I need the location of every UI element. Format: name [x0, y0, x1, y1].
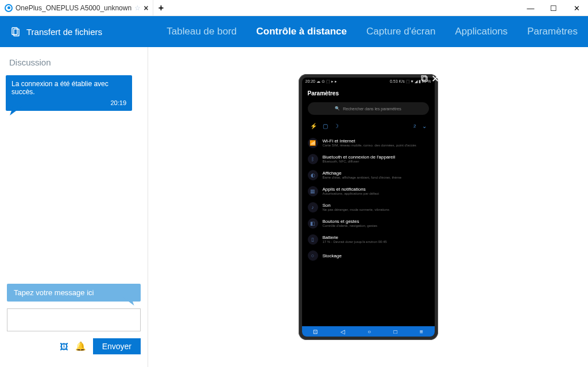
settings-row-text: Boutons et gestesContrôle d'alerte, navi…: [323, 219, 378, 228]
settings-row-title: Bluetooth et connexion de l'appareil: [323, 154, 396, 160]
settings-row-subtitle: Carte SIM, réseau mobile, conso. des don…: [323, 144, 416, 148]
attach-icon[interactable]: 🖼: [60, 342, 68, 351]
file-transfer-button[interactable]: Transfert de fichiers: [10, 26, 102, 37]
app-header: Transfert de fichiers Tableau de bord Co…: [0, 16, 588, 47]
close-button[interactable]: ✕: [565, 0, 588, 16]
nav-menu-icon[interactable]: ≡: [420, 329, 423, 335]
chat-message-time: 20:19: [11, 99, 126, 106]
quick-count: 2: [413, 123, 416, 129]
bell-icon[interactable]: 🔔: [75, 341, 86, 351]
tab-close-icon[interactable]: ×: [144, 3, 148, 13]
settings-row-title: Applis et notifications: [323, 187, 379, 192]
nav-home-icon[interactable]: ○: [368, 329, 371, 335]
settings-row[interactable]: ◐AffichageBarre d'état, affichage ambian…: [308, 167, 429, 183]
settings-row-icon: ▯: [308, 234, 318, 245]
minimize-button[interactable]: —: [519, 0, 542, 16]
file-transfer-label: Transfert de fichiers: [26, 27, 102, 37]
message-input[interactable]: [7, 308, 141, 331]
maximize-button[interactable]: ☐: [542, 0, 565, 16]
title-bar: OnePlus_ONEPLUS A5000_unknown ☆ × + — ☐ …: [0, 0, 588, 16]
tab-screenshot[interactable]: Capture d'écran: [366, 26, 435, 37]
tab-title: OnePlus_ONEPLUS A5000_unknown: [16, 4, 131, 12]
settings-row-text: Batterie17 % - Devrait durer jusqu'à env…: [323, 235, 387, 244]
settings-row-subtitle: Ne pas déranger, mode sonnerie, vibratio…: [323, 208, 389, 212]
tab-group: OnePlus_ONEPLUS A5000_unknown ☆ × +: [0, 0, 168, 16]
remote-screen-panel: ⧉ ✕ 20:20 ☁ ⊙ ⬚ ▸ ▸ 0.53 K/s ⬚ ♥ ◢ ▮ 68 …: [148, 47, 588, 367]
chat-message-text: La connexion a été établie avec succès.: [11, 80, 109, 96]
settings-row-text: SonNe pas déranger, mode sonnerie, vibra…: [323, 203, 389, 212]
settings-row-text: AffichageBarre d'état, affichage ambiant…: [323, 171, 402, 180]
chat-title: Discussion: [0, 53, 148, 72]
settings-row-title: Wi-Fi et Internet: [323, 138, 416, 144]
settings-row[interactable]: ▦Applis et notificationsAutorisations, a…: [308, 183, 429, 199]
chat-messages: La connexion a été établie avec succès. …: [0, 72, 148, 279]
send-button[interactable]: Envoyer: [93, 338, 141, 354]
settings-row-icon: ♪: [308, 202, 318, 213]
search-placeholder: Rechercher dans les paramètres: [343, 107, 401, 111]
settings-row[interactable]: 📶Wi-Fi et InternetCarte SIM, réseau mobi…: [308, 135, 429, 151]
close-remote-icon[interactable]: ✕: [431, 73, 439, 85]
settings-row-subtitle: 17 % - Devrait durer jusqu'à environ 00:…: [323, 240, 387, 244]
settings-row-icon: ᛒ: [308, 154, 318, 164]
compose-actions: 🖼 🔔 Envoyer: [7, 338, 141, 354]
star-icon[interactable]: ☆: [134, 4, 141, 12]
chat-bubble: La connexion a été établie avec succès. …: [6, 75, 132, 111]
device-screen[interactable]: 20:20 ☁ ⊙ ⬚ ▸ ▸ 0.53 K/s ⬚ ♥ ◢ ▮ 68 % Pa…: [302, 78, 435, 337]
device-frame: ⧉ ✕ 20:20 ☁ ⊙ ⬚ ▸ ▸ 0.53 K/s ⬚ ♥ ◢ ▮ 68 …: [299, 74, 438, 340]
settings-list[interactable]: 📶Wi-Fi et InternetCarte SIM, réseau mobi…: [302, 135, 435, 326]
tab-remote-control[interactable]: Contrôle à distance: [256, 26, 347, 37]
chat-sidebar: Discussion La connexion a été établie av…: [0, 47, 148, 367]
quick-settings-row: ⚡ ▢ ☽ 2 ⌄: [302, 121, 435, 135]
settings-row[interactable]: ᛒBluetooth et connexion de l'appareilBlu…: [308, 151, 429, 167]
new-tab-button[interactable]: +: [153, 3, 168, 13]
settings-row-icon: ◐: [308, 170, 318, 180]
android-status-bar: 20:20 ☁ ⊙ ⬚ ▸ ▸ 0.53 K/s ⬚ ♥ ◢ ▮ 68 %: [302, 78, 435, 86]
settings-row-text: Applis et notificationsAutorisations, ap…: [323, 187, 379, 196]
header-nav: Tableau de bord Contrôle à distance Capt…: [167, 26, 578, 37]
settings-row[interactable]: ○Stockage: [308, 248, 429, 264]
settings-row-icon: ○: [308, 250, 318, 261]
popout-icon[interactable]: ⧉: [421, 73, 428, 85]
settings-row-icon: ▦: [308, 186, 318, 196]
main-area: Discussion La connexion a été établie av…: [0, 47, 588, 367]
settings-row-text: Wi-Fi et InternetCarte SIM, réseau mobil…: [323, 138, 416, 148]
nav-back-icon[interactable]: ◁: [341, 329, 345, 335]
tab-device[interactable]: OnePlus_ONEPLUS A5000_unknown ☆ ×: [0, 0, 153, 16]
settings-row-title: Son: [323, 203, 389, 208]
settings-row[interactable]: ♪SonNe pas déranger, mode sonnerie, vibr…: [308, 199, 429, 215]
android-nav-bar: ⊡ ◁ ○ □ ≡: [302, 326, 435, 337]
settings-row-title: Batterie: [323, 235, 387, 240]
quick-icon-2[interactable]: ▢: [323, 123, 328, 129]
tab-settings[interactable]: Paramètres: [527, 26, 578, 37]
chat-compose: Tapez votre message ici 🖼 🔔 Envoyer: [0, 279, 148, 361]
nav-tv-icon[interactable]: ⊡: [313, 329, 318, 335]
quick-icon-1[interactable]: ⚡: [310, 123, 317, 129]
chat-hint: Tapez votre message ici: [7, 284, 141, 302]
settings-row-icon: ◧: [308, 218, 318, 229]
chevron-down-icon[interactable]: ⌄: [422, 123, 427, 129]
settings-row-title: Affichage: [323, 171, 402, 176]
settings-row-icon: 📶: [308, 138, 318, 148]
settings-search[interactable]: 🔍 Rechercher dans les paramètres: [308, 102, 429, 115]
quick-icon-3[interactable]: ☽: [334, 123, 339, 129]
settings-row-subtitle: Contrôle d'alerte, navigation, gestes: [323, 224, 378, 228]
teamviewer-icon: [5, 4, 13, 12]
settings-row-text: Bluetooth et connexion de l'appareilBlue…: [323, 154, 396, 164]
tab-applications[interactable]: Applications: [455, 26, 508, 37]
settings-row-subtitle: Barre d'état, affichage ambiant, fond d'…: [323, 176, 402, 180]
settings-row-subtitle: Autorisations, applications par défaut: [323, 192, 379, 196]
settings-row[interactable]: ◧Boutons et gestesContrôle d'alerte, nav…: [308, 215, 429, 231]
nav-recent-icon[interactable]: □: [393, 329, 397, 335]
settings-row-title: Boutons et gestes: [323, 219, 378, 224]
settings-row-title: Stockage: [323, 253, 342, 258]
search-icon: 🔍: [335, 106, 340, 111]
settings-row-text: Stockage: [323, 253, 342, 258]
tab-dashboard[interactable]: Tableau de bord: [167, 26, 237, 37]
settings-row-subtitle: Bluetooth, NFC, diffuser: [323, 160, 396, 164]
settings-page-title: Paramètres: [302, 86, 435, 102]
file-transfer-icon: [10, 26, 21, 37]
settings-row[interactable]: ▯Batterie17 % - Devrait durer jusqu'à en…: [308, 231, 429, 248]
device-overlay-controls: ⧉ ✕: [421, 73, 439, 85]
window-controls: — ☐ ✕: [519, 0, 588, 16]
status-left: 20:20 ☁ ⊙ ⬚ ▸ ▸: [305, 79, 337, 84]
